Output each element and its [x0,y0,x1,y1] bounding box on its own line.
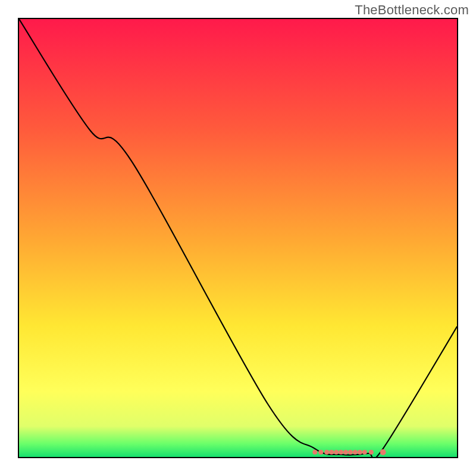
marker-dot [318,450,323,455]
marker-dot [343,450,348,455]
marker-dot [312,450,317,455]
chart-container: TheBottleneck.com [0,0,476,476]
marker-dot [358,450,362,455]
marker-dot [353,450,358,455]
marker-dot [329,450,334,455]
marker-dot [334,450,339,455]
watermark-text: TheBottleneck.com [355,2,469,18]
marker-dot [348,450,353,455]
gradient-background [19,19,457,457]
marker-dot [369,450,374,455]
marker-dot [339,450,343,455]
plot-frame [18,18,458,458]
marker-dot [362,450,367,455]
marker-dot [380,449,386,455]
marker-dot [324,450,329,455]
plot-svg [19,19,457,457]
